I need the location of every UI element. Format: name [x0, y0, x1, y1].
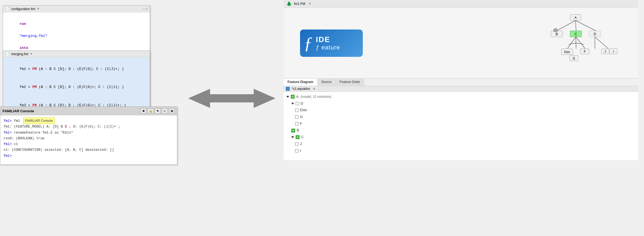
console-btn-2[interactable]: 🔒: [148, 108, 154, 114]
console-btn-5[interactable]: ⊞: [169, 108, 175, 114]
merging-title-label: merging.fml: [11, 52, 28, 56]
b-plus-icon: +: [291, 129, 295, 132]
svg-text:J: J: [604, 50, 606, 54]
merging-title-left: 📄 merging.fml ✕: [5, 52, 32, 56]
fm1-panel-wrapper: 🌲 fm1 FM ✕ ƒ IDE ƒ eature A: [284, 0, 638, 160]
tab-feature-order[interactable]: Feature Order: [336, 79, 364, 86]
fm1-close-tab[interactable]: ✕: [308, 2, 311, 5]
j-checkbox[interactable]: [295, 142, 298, 146]
svg-line-3: [556, 20, 576, 31]
ide-text-feature: ƒ eature: [316, 44, 340, 51]
console-titlebar: FAMILIAR Console ✖ 🔒 ✎ ≡ ⊞: [0, 107, 177, 115]
ebis-label: Ebis: [300, 107, 307, 114]
svg-line-14: [567, 37, 576, 49]
config-maximize-btn[interactable]: □: [146, 7, 148, 11]
svg-line-17: [595, 37, 608, 49]
svg-text:A: A: [574, 16, 577, 20]
ide-text-ide: IDE: [316, 35, 340, 44]
fm1-body: ƒ IDE ƒ eature A B: [284, 8, 638, 79]
double-arrow-area: [180, 82, 284, 115]
console-line-5: fml> c1: [4, 141, 174, 147]
console-btn-3[interactable]: ✎: [155, 108, 161, 114]
console-body: fml> fm1 FAMILIAR Console fm1: (FEATURE_…: [0, 115, 177, 164]
tab-feature-diagram[interactable]: Feature Diagram: [284, 79, 317, 86]
tree-j-row: J: [286, 141, 636, 148]
svg-rect-9: [554, 29, 557, 32]
j-label: J: [300, 141, 302, 148]
double-arrow-svg: [188, 87, 275, 109]
console-panel: FAMILIAR Console ✖ 🔒 ✎ ≡ ⊞ fml> fm1 FAMI…: [0, 107, 177, 165]
tree-ebis-row: Ebis: [286, 107, 636, 114]
f-checkbox[interactable]: [295, 122, 298, 125]
console-line-7: fml>: [4, 153, 174, 159]
i-label: I: [300, 148, 301, 154]
console-line-3: fml> renameFeature fm1.E as "Ebis": [4, 130, 174, 136]
console-title-label: FAMILIAR Console: [2, 109, 34, 113]
root-label: A: [296, 93, 299, 100]
svg-line-4: [576, 20, 576, 31]
tree-i-row: I: [286, 148, 636, 154]
feature-tree-svg: A B C D: [535, 13, 622, 73]
tree-d-row: D: [286, 100, 636, 107]
g-label: G: [300, 114, 303, 120]
b-label: B: [297, 127, 299, 134]
config-title-left: 📄 configuration.fml ✕: [5, 7, 39, 11]
ide-feature-text: IDE ƒ eature: [316, 35, 340, 51]
c-label: C: [301, 134, 304, 141]
config-title-label: configuration.fml: [11, 7, 35, 11]
console-btn-4[interactable]: ≡: [162, 108, 168, 114]
config-minimize-btn[interactable]: ─: [143, 7, 145, 11]
ide-feature-word: eature: [321, 44, 340, 51]
equation-close[interactable]: ✕: [313, 87, 315, 91]
console-line-6: c1: (CONFIGURATION) selected: [A, B, C] …: [4, 147, 174, 153]
config-file-icon: 📄: [5, 7, 10, 11]
ide-feature-logo: ƒ IDE ƒ eature: [300, 30, 363, 57]
root-info: (invalid, 12 solutions): [300, 94, 331, 100]
d-expand-icon[interactable]: [291, 103, 294, 105]
svg-marker-0: [188, 89, 275, 108]
tabs-bar: Feature Diagram Source Feature Order: [284, 79, 638, 86]
tree-b-row: + B: [286, 127, 636, 134]
svg-text:G: G: [573, 57, 575, 60]
svg-text:B: B: [556, 32, 558, 36]
svg-text:C: C: [574, 32, 577, 36]
fm1-tree-icon: 🌲: [286, 1, 292, 6]
svg-text:Ebis: Ebis: [564, 50, 570, 54]
merging-line-1: fm1 = FM (A : B C [D]; D : (E|F|G); C : …: [7, 60, 146, 78]
merging-line-2: fm2 = FM (A : B C [D]; D : (E|F|G)+; C :…: [7, 78, 146, 96]
d-label: D: [301, 100, 303, 107]
d-checkbox[interactable]: [296, 102, 299, 105]
console-btn-1[interactable]: ✖: [140, 108, 146, 114]
i-checkbox[interactable]: [295, 149, 298, 152]
ebis-checkbox[interactable]: [295, 109, 298, 112]
equation-icon: [286, 87, 290, 91]
tree-list: + A (invalid, 12 solutions) D Ebis G: [284, 92, 638, 160]
svg-text:F: F: [584, 50, 586, 54]
svg-text:I: I: [613, 50, 614, 54]
console-line-1: fml> fm1 FAMILIAR Console: [4, 117, 174, 124]
svg-line-5: [576, 20, 596, 31]
ide-feature-f-letter: ƒ: [304, 34, 314, 52]
merging-close-tab[interactable]: ✕: [30, 52, 32, 56]
f-label: F: [300, 120, 302, 127]
equation-bar: *c1.equation ✕: [284, 86, 638, 92]
console-toolbar: ✖ 🔒 ✎ ≡ ⊞: [140, 108, 175, 114]
feature-tree-diagram: A B C D: [535, 13, 616, 73]
c-expand-icon[interactable]: [291, 136, 294, 138]
tree-f-row: F: [286, 120, 636, 127]
tree-g-row: G: [286, 114, 636, 120]
root-expand-icon[interactable]: [286, 96, 289, 98]
tab-source[interactable]: Source: [317, 79, 336, 86]
tree-root-row: + A (invalid, 12 solutions): [286, 93, 636, 100]
config-close-tab[interactable]: ✕: [37, 7, 39, 11]
svg-line-16: [576, 37, 585, 49]
svg-line-15: [576, 37, 576, 49]
tree-c-row: + C: [286, 134, 636, 141]
console-tooltip: FAMILIAR Console: [23, 117, 55, 124]
config-titlebar: 📄 configuration.fml ✕ ─ □: [3, 6, 150, 12]
g-checkbox[interactable]: [295, 115, 298, 119]
fm1-titlebar: 🌲 fm1 FM ✕: [284, 0, 638, 8]
root-plus-icon: +: [291, 95, 295, 99]
c-plus-icon: +: [296, 135, 299, 139]
svg-text:D: D: [594, 32, 596, 36]
